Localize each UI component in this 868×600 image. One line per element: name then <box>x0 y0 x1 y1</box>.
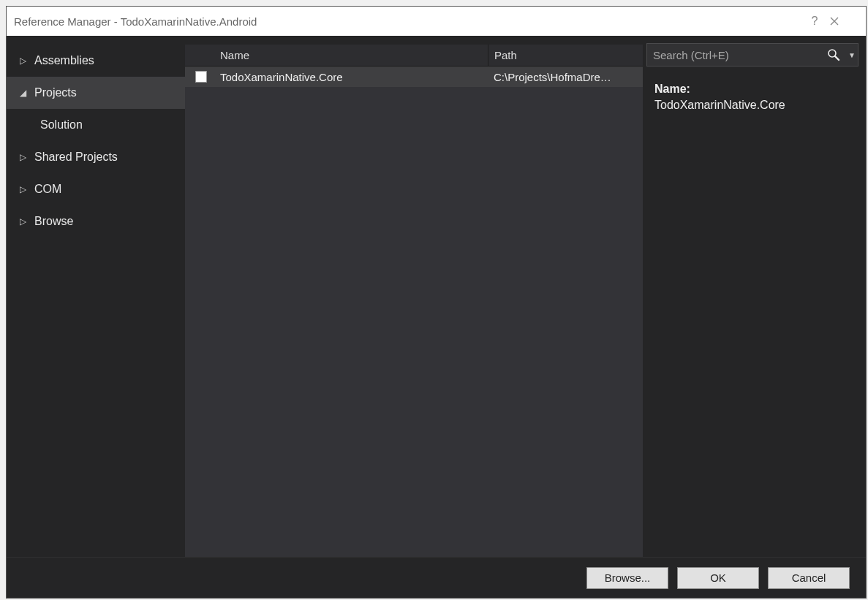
dialog-body: ▷ Assemblies ◢ Projects Solution ▷ Share… <box>7 36 866 557</box>
chevron-right-icon: ▷ <box>20 184 30 194</box>
sidebar-item-com[interactable]: ▷ COM <box>7 173 185 205</box>
help-button[interactable]: ? <box>800 15 829 28</box>
main-pane: Name Path TodoXamarinNative.Core C:\Proj… <box>185 36 866 557</box>
chevron-down-icon: ◢ <box>20 88 30 98</box>
column-path[interactable]: Path <box>488 45 643 66</box>
cancel-button[interactable]: Cancel <box>768 567 850 589</box>
project-list-pane: Name Path TodoXamarinNative.Core C:\Proj… <box>185 45 643 557</box>
browse-button[interactable]: Browse... <box>586 567 668 589</box>
row-path: C:\Projects\HofmaDre… <box>488 71 643 83</box>
sidebar: ▷ Assemblies ◢ Projects Solution ▷ Share… <box>7 36 185 557</box>
dialog-footer: Browse... OK Cancel <box>7 557 866 598</box>
sidebar-subitem-solution[interactable]: Solution <box>7 109 185 141</box>
window-title: Reference Manager - TodoXamarinNative.An… <box>14 15 800 28</box>
search-icon[interactable] <box>827 48 846 61</box>
sidebar-item-label: Shared Projects <box>34 151 118 164</box>
sidebar-item-label: Assemblies <box>34 54 94 67</box>
detail-name-value: TodoXamarinNative.Core <box>654 99 854 112</box>
ok-button[interactable]: OK <box>677 567 759 589</box>
chevron-right-icon: ▷ <box>20 152 30 162</box>
row-checkbox[interactable] <box>185 71 217 83</box>
close-button[interactable] <box>829 16 858 26</box>
detail-pane: Name: TodoXamarinNative.Core <box>643 45 866 557</box>
chevron-right-icon: ▷ <box>20 216 30 227</box>
sidebar-item-shared-projects[interactable]: ▷ Shared Projects <box>7 141 185 173</box>
chevron-right-icon: ▷ <box>20 56 30 66</box>
list-body: TodoXamarinNative.Core C:\Projects\Hofma… <box>185 67 643 557</box>
list-row[interactable]: TodoXamarinNative.Core C:\Projects\Hofma… <box>185 67 643 87</box>
sidebar-item-label: Projects <box>34 86 77 99</box>
detail-name-label: Name: <box>654 83 854 96</box>
search-input[interactable] <box>647 49 827 61</box>
sidebar-item-assemblies[interactable]: ▷ Assemblies <box>7 45 185 77</box>
close-icon <box>829 16 839 26</box>
reference-manager-dialog: Reference Manager - TodoXamarinNative.An… <box>6 6 867 599</box>
row-name: TodoXamarinNative.Core <box>217 71 488 83</box>
sidebar-item-browse[interactable]: ▷ Browse <box>7 205 185 238</box>
sidebar-item-label: COM <box>34 183 61 196</box>
search-dropdown-icon[interactable]: ▼ <box>846 51 858 59</box>
titlebar: Reference Manager - TodoXamarinNative.An… <box>7 7 866 36</box>
sidebar-item-label: Browse <box>34 215 73 228</box>
sidebar-item-projects[interactable]: ◢ Projects <box>7 77 185 109</box>
column-name[interactable]: Name <box>217 49 488 61</box>
sidebar-subitem-label: Solution <box>40 118 83 132</box>
search-bar: ▼ <box>646 43 858 67</box>
list-header: Name Path <box>185 45 643 67</box>
